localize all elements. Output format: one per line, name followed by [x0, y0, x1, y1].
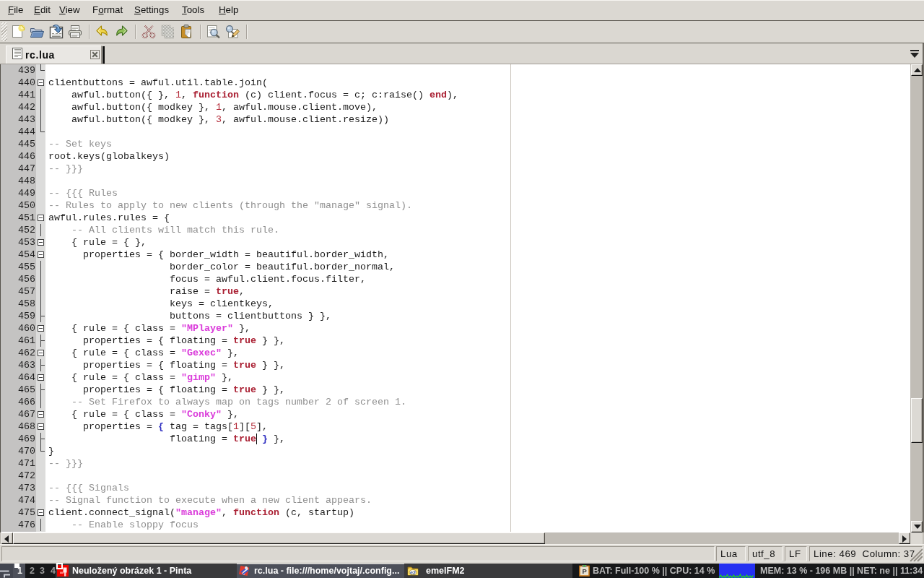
svg-text:P: P [582, 567, 587, 575]
svg-text:e2: e2 [410, 569, 416, 576]
